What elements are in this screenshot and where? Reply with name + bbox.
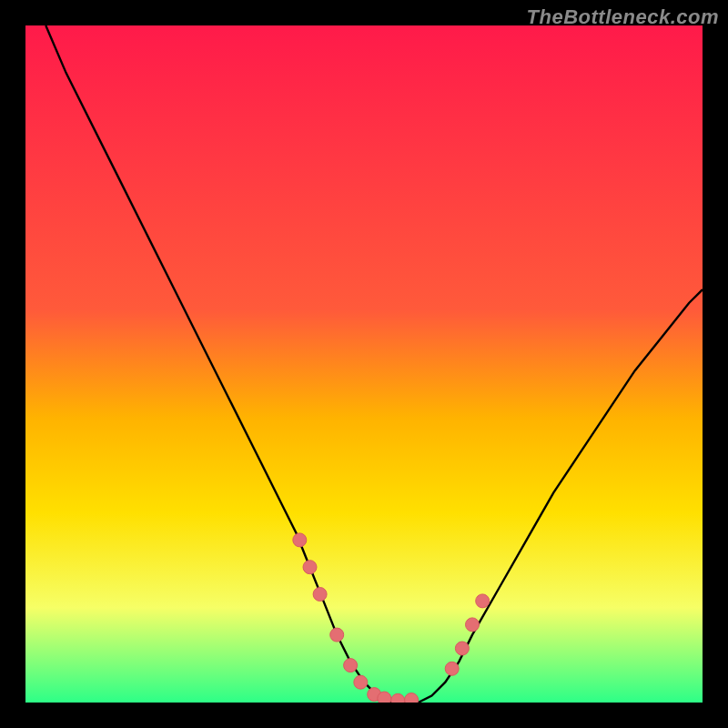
highlight-point (405, 693, 419, 703)
highlight-point (293, 533, 307, 547)
highlight-point (330, 628, 344, 642)
gradient-background (25, 25, 703, 703)
chart-container: TheBottleneck.com (0, 0, 728, 728)
highlight-point (354, 675, 368, 689)
highlight-point (455, 642, 469, 655)
highlight-point (476, 594, 490, 608)
highlight-point (445, 662, 459, 675)
highlight-point (466, 618, 480, 632)
highlight-point (313, 588, 327, 602)
highlight-point (378, 692, 391, 703)
highlight-point (344, 659, 358, 672)
highlight-point (303, 561, 317, 574)
watermark-text: TheBottleneck.com (527, 5, 719, 29)
chart-svg (25, 25, 703, 703)
plot-area (25, 25, 703, 703)
